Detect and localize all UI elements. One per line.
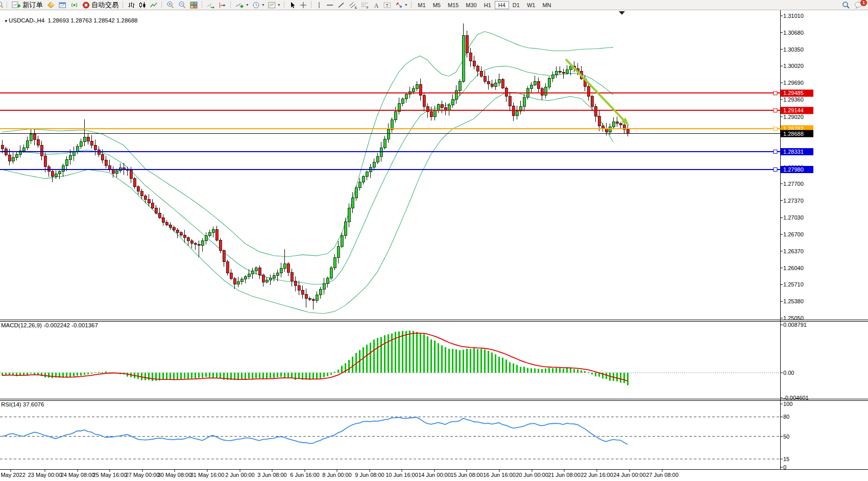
chart-line-button[interactable]	[148, 1, 159, 9]
timeframe-button-M5[interactable]: M5	[429, 1, 444, 9]
time-tick-label: 27 Jun 08:00	[646, 472, 679, 478]
svg-text:F: F	[367, 6, 369, 8]
auto-trading-label: 自动交易	[91, 1, 118, 10]
timeframe-button-M30[interactable]: M30	[462, 1, 480, 9]
time-tick-label: 16 Jun 16:00	[483, 472, 516, 478]
notifications-button[interactable]: 1	[852, 1, 865, 9]
macd-tick-label: 0.008791	[783, 322, 807, 328]
chart-bars-button[interactable]	[126, 1, 137, 9]
timeframe-button-W1[interactable]: W1	[523, 1, 539, 9]
candle-body	[626, 129, 629, 134]
equidistant-channel-button[interactable]: E	[347, 1, 359, 9]
chart-shift-button[interactable]	[216, 1, 228, 9]
chart-ohlc-values: 1.28693 1.28763 1.28542 1.28688	[48, 17, 138, 23]
candle-body	[351, 198, 354, 208]
text-label-button[interactable]: T	[381, 1, 393, 9]
horizontal-line-object[interactable]	[0, 109, 781, 112]
candle-body	[226, 262, 229, 273]
trend-arrow-object[interactable]	[566, 59, 629, 126]
candle-body	[509, 97, 511, 106]
horizontal-line-object[interactable]	[0, 91, 781, 95]
candle-body	[94, 145, 97, 150]
time-tick-label: 31 May 16:00	[190, 472, 225, 478]
toolbar-separator	[202, 2, 203, 8]
indicator-axes[interactable]: 0.0087910.00-0.0046011008050150	[781, 322, 809, 470]
candle-body	[144, 196, 147, 200]
clipped-toolbar-icon[interactable]	[0, 1, 5, 9]
crosshair-button[interactable]	[298, 1, 309, 9]
toolbar-separator	[230, 2, 231, 8]
indicators-button[interactable]: ▾	[233, 1, 250, 9]
chart-title-bar: ▾USDCAD-,H4 1.28693 1.28763 1.28542 1.28…	[2, 11, 137, 23]
time-tick-label: 21 Jun 08:00	[548, 472, 581, 478]
auto-scroll-icon	[207, 2, 214, 9]
candle-body	[301, 290, 304, 294]
fibonacci-button[interactable]: F	[359, 1, 371, 9]
candle-body	[169, 225, 172, 227]
rsi-indicator-label: RSI(14) 37.6076	[1, 401, 44, 407]
candle-body	[333, 258, 336, 268]
candle-body	[37, 139, 39, 145]
auto-scroll-button[interactable]	[205, 1, 216, 9]
time-tick-label: 9 Jun 08:00	[355, 472, 384, 478]
candle-body	[594, 107, 597, 116]
candle-body	[541, 88, 543, 95]
timeframe-button-H4[interactable]: H4	[495, 1, 509, 9]
arrows-button[interactable]: ▾	[393, 1, 409, 9]
zoom-out-button[interactable]	[176, 1, 188, 9]
signals-button[interactable]	[68, 1, 80, 9]
timeframe-button-H1[interactable]: H1	[480, 1, 495, 9]
candle-body	[423, 95, 425, 107]
time-tick-label: 9 May 2022	[0, 472, 26, 478]
trendline-button[interactable]	[335, 1, 347, 9]
candle-body	[240, 279, 243, 282]
time-tick-label: 24 Jun 00:00	[613, 472, 646, 478]
candle-body	[22, 148, 25, 151]
candle-body	[455, 90, 457, 100]
templates-button[interactable]: ▾	[266, 1, 282, 9]
collapse-icon[interactable]: ▾	[5, 18, 7, 23]
candle-body	[208, 232, 211, 235]
candle-body	[491, 84, 493, 86]
chart-window[interactable]: 1.310101.306801.303501.300201.296901.293…	[0, 0, 868, 481]
timeframe-button-M15[interactable]: M15	[444, 1, 462, 9]
auto-trading-button[interactable]: 自动交易	[80, 1, 120, 9]
candle-body	[251, 271, 254, 274]
time-axis[interactable]: 9 May 202223 May 00:0024 May 08:0025 May…	[0, 470, 679, 478]
timeframe-button-D1[interactable]: D1	[509, 1, 523, 9]
timeframe-button-M1[interactable]: M1	[414, 1, 429, 9]
metaeditor-button[interactable]	[57, 1, 68, 9]
candle-body	[459, 81, 461, 90]
candle-body	[30, 134, 32, 140]
horizontal-line-button[interactable]	[324, 1, 335, 9]
vertical-line-button[interactable]	[314, 1, 324, 9]
profiles-button[interactable]	[45, 1, 57, 9]
dropdown-caret-icon: ▾	[246, 3, 248, 7]
candle-body	[412, 88, 415, 91]
periods-button[interactable]: ▾	[250, 1, 266, 9]
text-button[interactable]: A	[371, 1, 381, 9]
candle-body	[101, 154, 104, 160]
candle-body	[273, 276, 275, 278]
timeframe-button-MN[interactable]: MN	[539, 1, 554, 9]
chart-shift-marker[interactable]	[619, 11, 625, 15]
candlesticks	[1, 23, 629, 309]
price-tick-label: 1.27700	[783, 181, 804, 187]
horizontal-line-object[interactable]	[0, 127, 781, 131]
current-price-badge-text: 1.28688	[783, 131, 804, 137]
candle-body	[62, 165, 64, 172]
search-button[interactable]	[840, 1, 852, 9]
zoom-in-button[interactable]	[164, 1, 176, 9]
toolbar-separator	[411, 2, 412, 8]
current-price-badge: 1.28688	[781, 130, 813, 137]
time-tick-label: 30 May 08:00	[158, 472, 192, 478]
svg-text:E: E	[355, 6, 357, 9]
chart-candles-button[interactable]	[137, 1, 148, 9]
candle-body	[76, 147, 79, 151]
candle-body	[205, 235, 207, 240]
tile-windows-button[interactable]	[188, 1, 200, 9]
cursor-button[interactable]	[287, 1, 298, 9]
candle-body	[548, 78, 550, 87]
horizontal-line-object[interactable]	[0, 150, 781, 154]
new-order-button[interactable]: 新订单	[10, 1, 45, 9]
